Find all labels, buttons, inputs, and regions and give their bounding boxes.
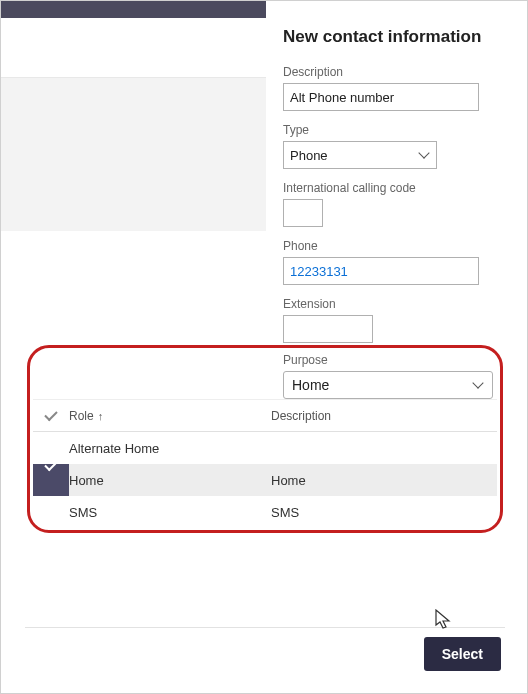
header-check-col[interactable] xyxy=(33,414,69,418)
header-desc-label: Description xyxy=(271,409,331,423)
row-role: SMS xyxy=(69,505,271,520)
header-role-label: Role xyxy=(69,409,94,423)
header-role[interactable]: Role ↑ xyxy=(69,409,271,423)
header-description[interactable]: Description xyxy=(271,409,497,423)
input-phone[interactable] xyxy=(283,257,479,285)
row-role: Home xyxy=(69,473,271,488)
select-type[interactable]: Phone xyxy=(283,141,437,169)
panel-title: New contact information xyxy=(283,27,513,47)
footer-bar: Select xyxy=(25,627,505,679)
dropdown-header-row: Role ↑ Description xyxy=(33,400,497,432)
purpose-dropdown: Role ↑ Description Alternate Home Home H… xyxy=(33,399,497,528)
select-type-value: Phone xyxy=(290,148,328,163)
label-intl-code: International calling code xyxy=(283,181,513,195)
row-desc: Home xyxy=(271,473,497,488)
input-description[interactable] xyxy=(283,83,479,111)
label-type: Type xyxy=(283,123,513,137)
check-icon xyxy=(44,407,57,420)
dropdown-row[interactable]: Home Home xyxy=(33,464,497,496)
contact-form-panel: New contact information Description Type… xyxy=(283,27,513,355)
dropdown-row[interactable]: Alternate Home xyxy=(33,432,497,464)
label-description: Description xyxy=(283,65,513,79)
row-desc: SMS xyxy=(271,505,497,520)
dropdown-row[interactable]: SMS SMS xyxy=(33,496,497,528)
row-role: Alternate Home xyxy=(69,441,271,456)
label-extension: Extension xyxy=(283,297,513,311)
field-type: Type Phone xyxy=(283,123,513,169)
field-description: Description xyxy=(283,65,513,111)
left-header-slice xyxy=(1,18,266,78)
select-purpose[interactable]: Home xyxy=(283,371,493,399)
select-button[interactable]: Select xyxy=(424,637,501,671)
input-extension[interactable] xyxy=(283,315,373,343)
field-purpose: Purpose Home xyxy=(283,353,497,399)
row-check-col xyxy=(33,464,69,496)
label-phone: Phone xyxy=(283,239,513,253)
sort-asc-icon: ↑ xyxy=(98,410,104,422)
select-purpose-value: Home xyxy=(292,377,329,393)
chevron-down-icon xyxy=(418,147,429,158)
field-phone: Phone xyxy=(283,239,513,285)
label-purpose: Purpose xyxy=(283,353,497,367)
chevron-down-icon xyxy=(472,377,483,388)
header-bar xyxy=(1,1,266,18)
input-intl-code[interactable] xyxy=(283,199,323,227)
field-extension: Extension xyxy=(283,297,513,343)
field-intl-code: International calling code xyxy=(283,181,513,227)
